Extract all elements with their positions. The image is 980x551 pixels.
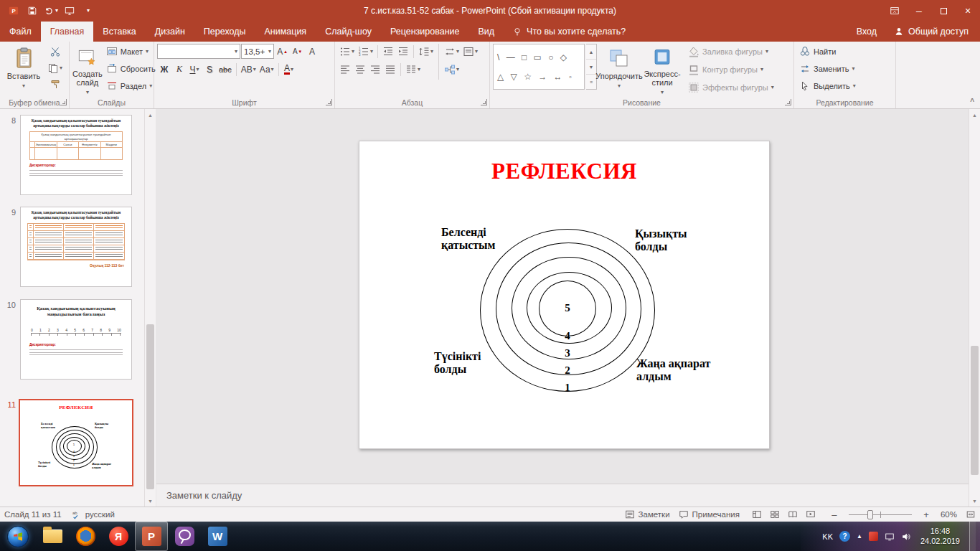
grow-font-button[interactable]: А▴ <box>275 44 289 59</box>
slide-canvas[interactable]: РЕФЛЕКСИЯ 5 4 3 2 1 Белсенді қатыстым Қы… <box>359 141 770 449</box>
display-icon[interactable] <box>885 532 895 542</box>
quick-styles-button[interactable]: Экспресс-стили ▾ <box>641 44 683 95</box>
slideshow-view-button[interactable] <box>802 507 820 522</box>
text-shadow-button[interactable]: S <box>202 62 217 77</box>
tab-home[interactable]: Главная <box>41 22 94 42</box>
line-spacing-button[interactable]: ▾ <box>417 44 435 59</box>
taskbar-powerpoint-button[interactable]: P <box>135 522 168 551</box>
shrink-font-button[interactable]: А▾ <box>290 44 304 59</box>
zoom-in-button[interactable]: + <box>920 509 932 520</box>
ring-number-5[interactable]: 5 <box>553 302 582 314</box>
zoom-slider[interactable] <box>849 507 912 522</box>
slide-title[interactable]: РЕФЛЕКСИЯ <box>359 159 769 184</box>
tab-file[interactable]: Файл <box>0 22 41 42</box>
copy-button[interactable]: ▾ <box>46 60 64 75</box>
align-center-button[interactable] <box>353 62 367 77</box>
text-direction-button[interactable]: ▾ <box>443 44 461 59</box>
numbering-button[interactable]: ▾ <box>357 44 374 59</box>
shapes-scroll-down-button[interactable]: ▼ <box>586 60 596 75</box>
slide-9-thumbnail[interactable]: Қазақ хандығының қалыптасуынан туындайты… <box>20 207 132 287</box>
cut-button[interactable] <box>46 44 64 59</box>
reset-button[interactable]: Сбросить <box>104 61 158 77</box>
strikethrough-button[interactable]: abc <box>217 62 233 77</box>
font-size-combo[interactable]: 13,5+▾ <box>241 44 274 59</box>
slide-counter[interactable]: Слайд 11 из 11 <box>4 510 62 519</box>
taskbar-word-button[interactable]: W <box>201 522 234 551</box>
save-button[interactable] <box>24 2 40 19</box>
zoom-out-button[interactable]: – <box>829 509 840 520</box>
scroll-up-arrow[interactable]: ▲ <box>145 109 156 121</box>
slide-8-thumbnail[interactable]: Қазақ хандығының қалыптасуынан туындайты… <box>20 115 132 195</box>
italic-button[interactable]: К <box>172 62 187 77</box>
scroll-down-arrow[interactable]: ▼ <box>969 495 980 507</box>
tell-me-box[interactable]: Что вы хотите сделать? <box>504 22 634 42</box>
fit-to-window-button[interactable] <box>966 509 976 519</box>
paste-button[interactable]: Вставить ▾ <box>3 44 44 95</box>
show-desktop-button[interactable] <box>969 522 976 551</box>
change-case-button[interactable]: Аа▾ <box>258 62 275 77</box>
reading-view-button[interactable] <box>784 507 802 522</box>
language-indicator[interactable]: русский <box>72 509 115 519</box>
notes-pane[interactable]: Заметки к слайду <box>156 484 969 507</box>
tab-transitions[interactable]: Переходы <box>194 22 255 42</box>
label-top-left[interactable]: Белсенді қатыстым <box>441 226 496 253</box>
slide-11-thumbnail[interactable]: РЕФЛЕКСИЯ Белсенді қатыстым Қызықты болд… <box>19 399 133 486</box>
minimize-button[interactable]: – <box>907 0 931 22</box>
sign-in-link[interactable]: Вход <box>857 27 877 37</box>
hidden-icons-button[interactable]: ▲ <box>857 533 862 540</box>
character-spacing-button[interactable]: АВ▾ <box>240 62 258 77</box>
comments-toggle-button[interactable]: Примечания <box>679 509 740 519</box>
volume-icon[interactable] <box>901 532 911 542</box>
tab-review[interactable]: Рецензирование <box>381 22 469 42</box>
tab-slideshow[interactable]: Слайд-шоу <box>316 22 381 42</box>
tray-app-icon[interactable] <box>869 532 878 541</box>
undo-button[interactable]: ▾ <box>43 2 59 19</box>
arrange-button[interactable]: Упорядочить ▾ <box>598 44 640 95</box>
bold-button[interactable]: Ж <box>157 62 171 77</box>
shapes-gallery[interactable]: \ — □ ▭ ○ ◇ △ ▽ ☆ → ↔ ◦ <box>493 44 585 90</box>
font-name-combo[interactable]: ▾ <box>157 44 240 59</box>
select-button[interactable]: Выделить▾ <box>797 78 892 94</box>
tab-insert[interactable]: Вставка <box>93 22 145 42</box>
language-switcher[interactable]: KK <box>822 532 833 541</box>
start-button[interactable] <box>0 522 36 551</box>
bullets-button[interactable]: ▾ <box>338 44 356 59</box>
find-button[interactable]: Найти <box>797 44 892 60</box>
increase-indent-button[interactable] <box>396 44 410 59</box>
clock[interactable]: 16:48 24.02.2019 <box>918 527 963 547</box>
ring-number-2[interactable]: 2 <box>553 364 582 377</box>
label-bottom-right[interactable]: Жаңа ақпарат алдым <box>636 357 710 384</box>
ring-number-3[interactable]: 3 <box>553 347 582 359</box>
ribbon-display-options-button[interactable] <box>882 0 907 22</box>
tab-animations[interactable]: Анимация <box>255 22 316 42</box>
scroll-up-arrow[interactable]: ▲ <box>969 109 980 121</box>
section-button[interactable]: Раздел▾ <box>104 78 158 94</box>
columns-button[interactable]: ▾ <box>404 62 422 77</box>
justify-button[interactable] <box>383 62 397 77</box>
share-button[interactable]: Общий доступ <box>894 27 969 37</box>
slides-panel-scrollbar[interactable]: ▲ ▼ <box>144 109 156 507</box>
shape-outline-button[interactable]: Контур фигуры▾ <box>686 62 776 77</box>
decrease-indent-button[interactable] <box>381 44 395 59</box>
start-slideshow-button[interactable] <box>62 2 77 19</box>
notes-toggle-button[interactable]: Заметки <box>625 509 670 519</box>
underline-button[interactable]: Ч▾ <box>187 62 202 77</box>
align-text-button[interactable]: ▾ <box>461 44 479 59</box>
shape-effects-button[interactable]: Эффекты фигуры▾ <box>686 80 776 95</box>
align-right-button[interactable] <box>368 62 382 77</box>
font-dialog-launcher[interactable] <box>326 99 332 105</box>
taskbar-viber-button[interactable] <box>168 522 201 551</box>
font-color-button[interactable]: А▾ <box>282 62 296 77</box>
drawing-dialog-launcher[interactable] <box>785 99 791 105</box>
collapse-ribbon-button[interactable]: ^ <box>970 98 974 105</box>
help-icon[interactable]: ? <box>839 531 850 542</box>
main-scrollbar[interactable]: ▲ ▼ <box>969 109 980 507</box>
ring-number-4[interactable]: 4 <box>553 330 582 342</box>
customize-quick-access-button[interactable]: ▾ <box>80 2 96 19</box>
shapes-more-button[interactable]: ≡ <box>586 75 596 89</box>
taskbar-firefox-button[interactable] <box>69 522 102 551</box>
shape-fill-button[interactable]: Заливка фигуры▾ <box>686 44 776 60</box>
undo-dropdown-icon[interactable]: ▾ <box>55 8 58 14</box>
label-top-right[interactable]: Қызықты болды <box>635 227 687 254</box>
normal-view-button[interactable] <box>748 507 766 522</box>
